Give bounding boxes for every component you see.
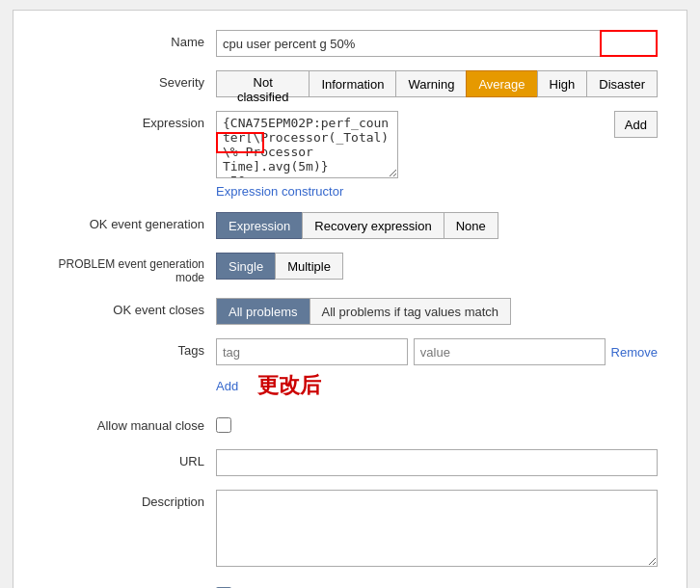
url-row: URL <box>42 449 658 476</box>
description-control <box>216 490 658 570</box>
allow-manual-row: Allow manual close <box>42 414 658 436</box>
ok-event-recovery-tab[interactable]: Recovery expression <box>302 212 443 239</box>
enabled-row: Enabled <box>42 583 658 588</box>
expression-textarea[interactable]: {CNA75EPM02P:perf_counter[\Processor(_To… <box>216 111 398 178</box>
ok-closes-all-problems[interactable]: All problems <box>216 298 310 325</box>
problem-event-label: PROBLEM event generation mode <box>42 253 216 284</box>
add-tag-link[interactable]: Add <box>216 379 238 393</box>
expression-control: {CNA75EPM02P:perf_counter[\Processor(_To… <box>216 111 658 199</box>
severity-label: Severity <box>42 70 216 90</box>
expression-row: Expression {CNA75EPM02P:perf_counter[\Pr… <box>42 111 658 199</box>
ok-event-row: OK event generation Expression Recovery … <box>42 212 658 239</box>
url-label: URL <box>42 449 216 468</box>
ok-event-control: Expression Recovery expression None <box>216 212 658 239</box>
name-label: Name <box>42 30 216 49</box>
name-input[interactable] <box>216 30 658 57</box>
ok-event-label: OK event generation <box>42 212 216 231</box>
tag-input[interactable] <box>216 338 408 365</box>
ok-closes-tag-match[interactable]: All problems if tag values match <box>310 298 512 325</box>
severity-buttons: Not classified Information Warning Avera… <box>216 70 658 97</box>
problem-event-single-tab[interactable]: Single <box>216 253 275 280</box>
problem-event-multiple-tab[interactable]: Multiple <box>275 253 343 280</box>
allow-manual-control <box>216 414 658 436</box>
expression-add-button[interactable]: Add <box>614 111 658 138</box>
severity-warning[interactable]: Warning <box>395 70 466 97</box>
severity-high[interactable]: High <box>537 70 587 97</box>
name-row: Name <box>42 30 658 57</box>
severity-average[interactable]: Average <box>466 70 536 97</box>
enabled-label: Enabled <box>42 583 216 588</box>
ok-closes-control: All problems All problems if tag values … <box>216 298 658 325</box>
form-container: Name Severity Not classified Information… <box>13 10 687 588</box>
allow-manual-label: Allow manual close <box>42 414 216 433</box>
severity-not-classified[interactable]: Not classified <box>216 70 309 97</box>
problem-event-control: Single Multiple <box>216 253 658 280</box>
value-input[interactable] <box>414 338 606 365</box>
tags-label: Tags <box>42 338 216 358</box>
url-control <box>216 449 658 476</box>
changed-label: 更改后 <box>257 371 321 400</box>
description-textarea[interactable] <box>216 490 658 567</box>
allow-manual-checkbox[interactable] <box>216 417 231 433</box>
ok-closes-label: OK event closes <box>42 298 216 317</box>
expression-label: Expression <box>42 111 216 130</box>
severity-disaster[interactable]: Disaster <box>586 70 658 97</box>
name-control <box>216 30 658 57</box>
description-label: Description <box>42 490 216 509</box>
ok-closes-row: OK event closes All problems All problem… <box>42 298 658 325</box>
tags-row: Tags Remove Add 更改后 <box>42 338 658 400</box>
enabled-control <box>216 583 658 588</box>
url-input[interactable] <box>216 449 658 476</box>
severity-row: Severity Not classified Information Warn… <box>42 70 658 97</box>
remove-tag-link[interactable]: Remove <box>611 345 658 360</box>
expression-constructor-link[interactable]: Expression constructor <box>216 184 658 199</box>
ok-event-expression-tab[interactable]: Expression <box>216 212 302 239</box>
ok-event-none-tab[interactable]: None <box>444 212 498 239</box>
tags-control: Remove Add 更改后 <box>216 338 658 400</box>
problem-event-row: PROBLEM event generation mode Single Mul… <box>42 253 658 284</box>
severity-information[interactable]: Information <box>309 70 395 97</box>
description-row: Description <box>42 490 658 570</box>
